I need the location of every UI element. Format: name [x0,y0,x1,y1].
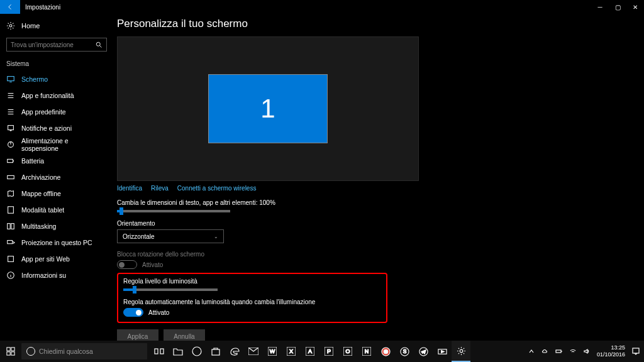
nav-label: App e funzionalità [21,92,74,99]
display-preview: 1 [117,36,419,181]
video-icon[interactable] [433,341,452,362]
access-icon[interactable]: A [301,341,319,362]
outlook-icon[interactable]: O [338,341,357,362]
scale-label: Cambia le dimensioni di testo, app e alt… [117,199,631,206]
svg-rect-42 [556,350,561,353]
sidebar: Home Trova un'impostazione Sistema Scher… [0,14,113,341]
back-button[interactable] [0,0,20,14]
start-button[interactable] [0,341,21,362]
nav-label: Mappe offline [21,190,61,197]
nav-label: Modalità tablet [21,206,64,214]
svg-text:S: S [402,348,406,354]
section-label: Sistema [0,58,113,71]
skype-icon[interactable]: S [395,341,414,362]
svg-point-0 [9,25,12,27]
sidebar-item-batteria[interactable]: Batteria [0,153,113,169]
onenote-icon[interactable]: N [357,341,376,362]
clock[interactable]: 13:25 01/10/2016 [597,344,625,358]
storage-icon [6,173,15,182]
cancel-button[interactable]: Annulla [164,329,205,341]
svg-text:P: P [327,348,331,354]
gear-icon [6,21,15,30]
sidebar-item-proiezione[interactable]: Proiezione in questo PC [0,234,113,251]
web-apps-icon [6,255,15,263]
chrome-icon[interactable] [376,341,395,362]
mail-icon[interactable] [244,341,263,362]
groove-icon[interactable] [187,341,206,362]
battery-icon [6,156,15,165]
window-title: Impostazioni [20,4,60,11]
close-button[interactable]: ✕ [626,0,644,14]
tray-battery-icon[interactable] [555,348,563,355]
svg-text:A: A [308,348,312,354]
detect-link[interactable]: Rileva [151,185,169,192]
power-icon [6,140,15,149]
cortana-search[interactable]: Chiedimi qualcosa [21,343,147,359]
orientation-label: Orientamento [117,220,631,227]
svg-rect-20 [212,349,219,355]
tray-wifi-icon[interactable] [569,348,577,355]
nav-label: App per siti Web [21,255,70,263]
minimize-button[interactable]: ─ [591,0,609,14]
svg-rect-8 [8,224,10,229]
svg-rect-14 [11,348,14,351]
search-icon [95,41,103,48]
lock-rotation-state: Attivato [142,261,163,268]
search-input[interactable]: Trova un'impostazione [6,38,107,52]
sidebar-item-mappe[interactable]: Mappe offline [0,185,113,202]
sidebar-item-multitasking[interactable]: Multitasking [0,218,113,234]
tray-chevron-icon[interactable] [528,348,535,355]
default-apps-icon [6,107,15,116]
svg-text:W: W [270,348,275,354]
store-icon[interactable] [206,341,225,362]
notifications-icon [6,124,15,133]
svg-rect-15 [7,352,10,355]
maximize-button[interactable]: ▢ [609,0,626,14]
home-nav[interactable]: Home [0,18,113,34]
orientation-select[interactable]: Orizzontale ⌄ [117,229,224,243]
edge-icon[interactable] [225,341,244,362]
svg-rect-17 [155,349,158,354]
powerpoint-icon[interactable]: P [319,341,338,362]
sidebar-item-notifiche[interactable]: Notifiche e azioni [0,120,113,136]
brightness-slider[interactable] [123,288,218,291]
wireless-link[interactable]: Connetti a schermo wireless [177,185,257,192]
telegram-icon[interactable] [414,341,433,362]
svg-rect-10 [8,241,13,244]
tray-onedrive-icon[interactable] [541,348,549,355]
projection-icon [6,238,15,247]
nav-label: App predefinite [21,108,66,116]
sidebar-item-tablet[interactable]: Modalità tablet [0,202,113,218]
apps-icon [6,91,15,100]
sidebar-item-info[interactable]: Informazioni su [0,267,113,283]
svg-point-1 [96,42,100,46]
sidebar-item-schermo[interactable]: Schermo [0,71,113,87]
svg-rect-2 [8,77,14,81]
nav-label: Batteria [21,157,44,165]
sidebar-item-app-web[interactable]: App per siti Web [0,251,113,267]
lock-rotation-toggle [117,260,137,269]
word-icon[interactable]: W [263,341,282,362]
settings-taskbar-icon[interactable] [452,341,470,362]
tray-volume-icon[interactable] [583,348,591,355]
excel-icon[interactable]: X [282,341,301,362]
svg-text:O: O [345,348,350,354]
sidebar-item-app-predefinite[interactable]: App predefinite [0,104,113,120]
nav-label: Notifiche e azioni [21,124,72,132]
svg-point-19 [192,347,201,356]
apply-button[interactable]: Applica [117,329,158,341]
svg-text:X: X [289,348,293,354]
svg-rect-16 [11,352,14,355]
action-center-icon[interactable] [631,347,640,356]
svg-rect-13 [7,348,10,351]
auto-brightness-toggle[interactable] [123,308,143,317]
monitor-1[interactable]: 1 [208,74,328,143]
sidebar-item-app-funzionalita[interactable]: App e funzionalità [0,87,113,104]
explorer-icon[interactable] [169,341,187,362]
identify-link[interactable]: Identifica [117,185,142,192]
scale-slider[interactable] [117,210,230,212]
sidebar-item-archiviazione[interactable]: Archiviazione [0,169,113,185]
task-view-icon[interactable] [150,341,169,362]
sidebar-item-alimentazione[interactable]: Alimentazione e sospensione [0,136,113,153]
home-label: Home [21,22,40,30]
